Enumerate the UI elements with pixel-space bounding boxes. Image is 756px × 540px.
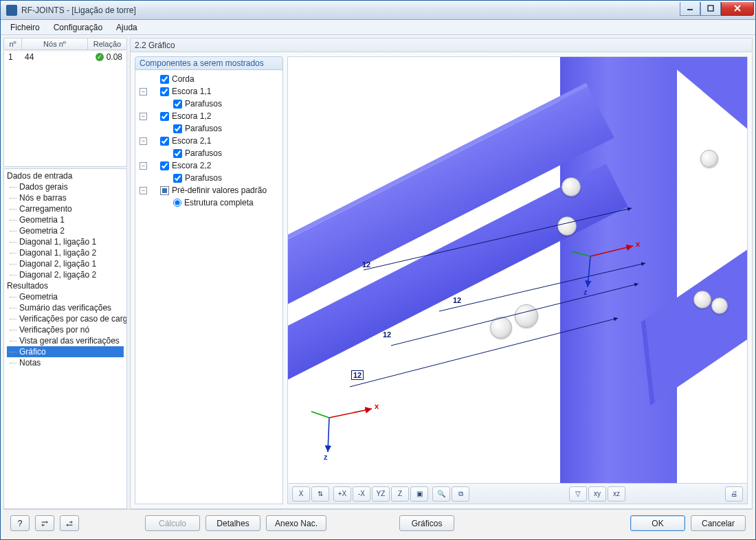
left-panel: nº Nós nº Relação 1 44 ✓ 0.08 Dad: [3, 38, 127, 509]
lbl-escora22: Escora 2,2: [172, 161, 211, 170]
dim-label: 12: [383, 330, 391, 339]
view-minus-x-button[interactable]: -X: [353, 486, 370, 502]
calculate-button[interactable]: Cálculo: [145, 515, 200, 531]
svg-rect-1: [708, 5, 713, 11]
collapse-icon[interactable]: −: [140, 162, 147, 170]
lbl-escora12: Escora 1,2: [172, 111, 211, 121]
axes-xz-button[interactable]: xz: [608, 486, 625, 502]
chk-corda[interactable]: [160, 75, 169, 84]
nav-item[interactable]: Notas: [7, 357, 124, 368]
lbl-corda: Corda: [172, 74, 194, 84]
zoom-button[interactable]: 🔍: [432, 486, 450, 502]
collapse-icon[interactable]: −: [140, 187, 147, 194]
nav-header-input: Dados de entrada: [7, 170, 124, 181]
copy-view-button[interactable]: ⧉: [452, 486, 469, 502]
nav-item[interactable]: Diagonal 2, ligação 2: [7, 269, 124, 280]
nav-item[interactable]: Gráfico: [7, 346, 124, 357]
nav-item[interactable]: Geometria 2: [7, 225, 124, 236]
menu-file[interactable]: Ficheiro: [5, 21, 45, 34]
axes-xy-button[interactable]: xy: [588, 486, 606, 502]
cell-nodes: 44: [22, 52, 88, 62]
nav-item[interactable]: Geometria: [7, 291, 124, 302]
svg-line-11: [329, 409, 372, 418]
chk-escora12[interactable]: [160, 112, 169, 121]
table-row[interactable]: 1 44 ✓ 0.08: [4, 52, 126, 63]
nav-item[interactable]: Sumário das verificações: [7, 302, 124, 313]
filter-button[interactable]: ▽: [569, 486, 587, 502]
navigation-tree[interactable]: Dados de entrada Dados geraisNós e barra…: [3, 168, 127, 509]
nav-item[interactable]: Diagonal 1, ligação 2: [7, 247, 124, 258]
import-button[interactable]: ⥂: [35, 515, 54, 531]
collapse-icon[interactable]: −: [140, 113, 147, 120]
nav-item[interactable]: Geometria 1: [7, 214, 124, 225]
case-grid[interactable]: 1 44 ✓ 0.08: [3, 52, 127, 167]
bolt-icon: [700, 150, 718, 168]
nav-item[interactable]: Vista geral das verificações: [7, 335, 124, 346]
footer-bar: ? ⥂ ⥄ Cálculo Detalhes Anexo Nac. Gráfic…: [3, 509, 753, 537]
chk-predef-indeterminate[interactable]: [160, 186, 169, 195]
close-button[interactable]: [721, 2, 754, 16]
minimize-button[interactable]: [680, 2, 700, 16]
cancel-button[interactable]: Cancelar: [691, 515, 746, 531]
dim-label-boxed: 12: [351, 370, 364, 380]
3d-canvas[interactable]: 12 12 12 12 x z x z: [288, 57, 747, 483]
nav-item[interactable]: Verificações por caso de carga: [7, 313, 124, 324]
col-ratio[interactable]: Relação: [88, 38, 126, 49]
lbl-estrutura: Estrutura completa: [184, 198, 254, 207]
components-panel: Componentes a serem mostrados Corda −Esc…: [135, 56, 283, 504]
chk-parafusos-22[interactable]: [173, 174, 182, 183]
ok-button[interactable]: OK: [630, 515, 685, 531]
view-yz-button[interactable]: YZ: [372, 486, 390, 502]
graphic-viewport: 12 12 12 12 x z x z X ⇅: [287, 56, 748, 504]
titlebar[interactable]: RF-JOINTS - [Ligação de torre]: [1, 1, 755, 20]
view-back-button[interactable]: ⇅: [311, 486, 329, 502]
viewport-toolbar: X ⇅ +X -X YZ Z ▣ 🔍: [288, 483, 747, 504]
national-annex-button[interactable]: Anexo Nac.: [266, 515, 326, 531]
help-button[interactable]: ?: [10, 515, 30, 531]
view-z-button[interactable]: Z: [391, 486, 409, 502]
nav-item[interactable]: Nós e barras: [7, 192, 124, 203]
components-groupbox-title: Componentes a serem mostrados: [135, 56, 283, 70]
radio-estrutura[interactable]: [173, 199, 181, 207]
collapse-icon[interactable]: −: [140, 137, 147, 145]
axis-x-label: x: [636, 240, 640, 248]
print-button[interactable]: 🖨: [725, 486, 743, 502]
nav-item[interactable]: Diagonal 2, ligação 1: [7, 258, 124, 269]
chk-escora22[interactable]: [160, 161, 169, 170]
lbl-escora21: Escora 2,1: [172, 136, 211, 146]
chk-parafusos-11[interactable]: [173, 100, 182, 109]
collapse-icon[interactable]: −: [140, 88, 147, 95]
window-title: RF-JOINTS - [Ligação de torre]: [21, 5, 680, 15]
col-nodes[interactable]: Nós nº: [22, 38, 88, 49]
view-plus-x-button[interactable]: +X: [333, 486, 351, 502]
export-button[interactable]: ⥄: [60, 515, 79, 531]
col-no[interactable]: nº: [4, 38, 22, 49]
chk-parafusos-12[interactable]: [173, 124, 182, 133]
check-ok-icon: ✓: [96, 53, 104, 61]
nav-item[interactable]: Dados gerais: [7, 181, 124, 192]
details-button[interactable]: Detalhes: [205, 515, 260, 531]
nav-item[interactable]: Carregamento: [7, 203, 124, 214]
bolt-icon: [515, 304, 538, 328]
components-tree[interactable]: Corda −Escora 1,1 Parafusos −Escora 1,2 …: [135, 70, 283, 504]
chk-escora11[interactable]: [160, 87, 169, 96]
view-iso-button[interactable]: ▣: [410, 486, 428, 502]
menu-help[interactable]: Ajuda: [111, 21, 143, 34]
graphics-button[interactable]: Gráficos: [399, 515, 454, 531]
lbl-parafusos-12: Parafusos: [185, 124, 222, 133]
chk-parafusos-21[interactable]: [173, 149, 182, 158]
bolt-icon: [562, 177, 581, 196]
bolt-icon: [557, 216, 577, 236]
cell-ratio: ✓ 0.08: [88, 52, 126, 62]
chk-escora21[interactable]: [160, 137, 169, 146]
maximize-button[interactable]: [700, 2, 721, 16]
lbl-escora11: Escora 1,1: [172, 87, 211, 96]
bolt-icon: [711, 297, 728, 314]
view-front-button[interactable]: X: [292, 486, 310, 502]
axis-z-label: z: [583, 288, 588, 296]
ratio-value: 0.08: [107, 52, 122, 62]
nav-item[interactable]: Verificações por nó: [7, 324, 124, 335]
menubar: Ficheiro Configuração Ajuda: [1, 20, 755, 35]
menu-config[interactable]: Configuração: [48, 21, 108, 34]
nav-item[interactable]: Diagonal 1, ligação 1: [7, 236, 124, 247]
